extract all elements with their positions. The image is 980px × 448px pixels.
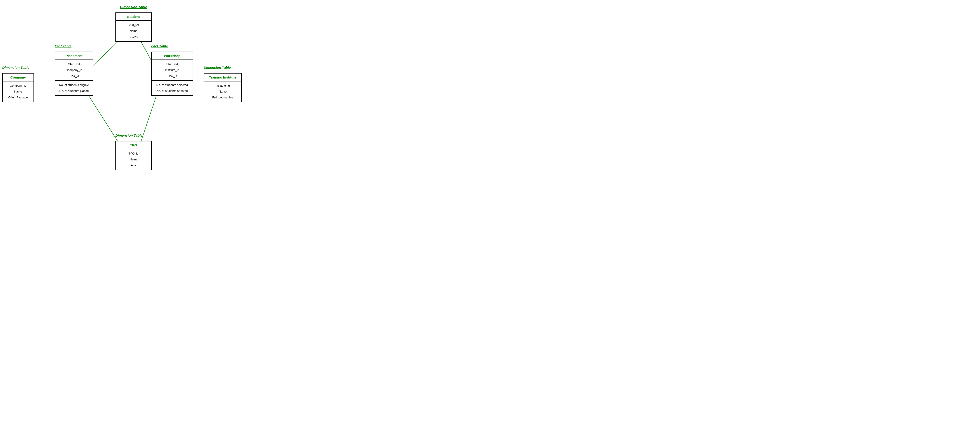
company-field-1: Company_id (5, 83, 31, 89)
tpo-label: Dimension Table (115, 133, 142, 137)
placement-measure-2: No. of students placed (57, 88, 91, 94)
training-field-2: Name (207, 89, 239, 95)
student-label: Dimension Table (120, 5, 147, 9)
company-field-3: Offer_Package (5, 95, 31, 100)
student-field-2: Name (118, 28, 149, 34)
student-field-3: CGPA (118, 34, 149, 40)
workshop-keys: Stud_roll Institute_id TPO_id (152, 60, 192, 80)
placement-measure-1: No. of students eligible (57, 82, 91, 88)
workshop-key-2: Institute_id (154, 67, 190, 73)
workshop-measure-1: No. of students selected (154, 82, 190, 88)
tpo-field-3: Age (118, 162, 149, 168)
company-body: Company_id Name Offer_Package (3, 81, 33, 102)
training-body: Institute_id Name Full_course_fee (204, 81, 241, 102)
workshop-header: Workshop (152, 52, 192, 60)
svg-line-4 (140, 95, 157, 145)
placement-label: Fact Table (55, 44, 72, 48)
student-header: Student (116, 13, 151, 21)
student-table: Student Stud_roll Name CGPA (115, 13, 152, 41)
student-body: Stud_roll Name CGPA (116, 21, 151, 41)
placement-table: Placement Stud_roll Company_id TPO_id No… (55, 52, 93, 96)
workshop-key-3: TPO_id (154, 73, 190, 79)
placement-keys: Stud_roll Company_id TPO_id (55, 60, 93, 80)
diagram-container: Dimension Table Student Stud_roll Name C… (0, 0, 245, 222)
company-label: Dimension Table (2, 66, 29, 70)
svg-line-1 (88, 95, 120, 145)
workshop-measure-2: No. of students attented (154, 88, 190, 94)
student-field-1: Stud_roll (118, 22, 149, 28)
workshop-table: Workshop Stud_roll Institute_id TPO_id N… (151, 52, 193, 96)
tpo-field-1: TPO_id (118, 151, 149, 157)
tpo-body: TPO_id Name Age (116, 149, 151, 170)
placement-key-1: Stud_roll (57, 61, 91, 67)
workshop-measures: No. of students selected No. of students… (152, 80, 192, 95)
placement-key-3: TPO_id (57, 73, 91, 79)
placement-header: Placement (55, 52, 93, 60)
training-label: Dimension Table (204, 66, 231, 70)
training-field-1: Institute_id (207, 83, 239, 89)
training-table: Training Institute Institute_id Name Ful… (204, 73, 242, 102)
company-field-2: Name (5, 89, 31, 95)
company-header: Company (3, 73, 33, 81)
workshop-label: Fact Table (151, 44, 168, 48)
tpo-field-2: Name (118, 157, 149, 162)
placement-key-2: Company_id (57, 67, 91, 73)
training-field-3: Full_course_fee (207, 95, 239, 100)
workshop-key-1: Stud_roll (154, 61, 190, 67)
tpo-header: TPO (116, 141, 151, 149)
training-header: Training Institute (204, 73, 241, 81)
placement-measures: No. of students eligible No. of students… (55, 80, 93, 95)
company-table: Company Company_id Name Offer_Package (2, 73, 34, 102)
tpo-table: TPO TPO_id Name Age (115, 141, 152, 170)
